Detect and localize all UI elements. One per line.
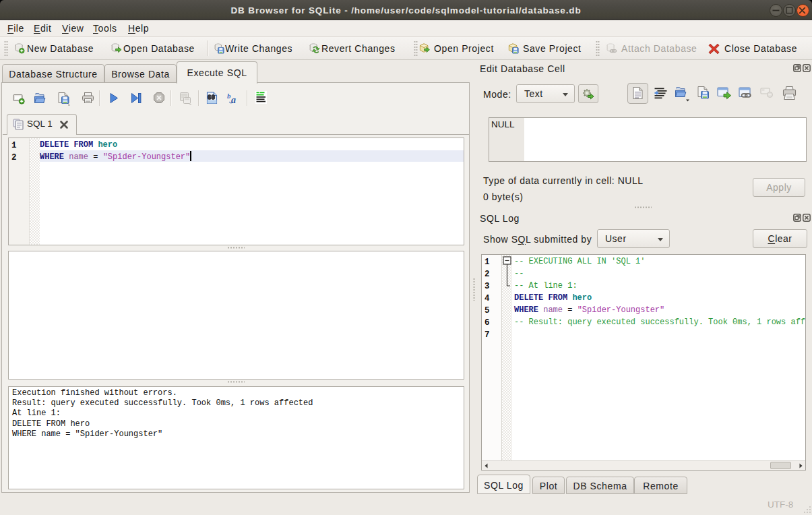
svg-text:a: a bbox=[231, 95, 236, 105]
